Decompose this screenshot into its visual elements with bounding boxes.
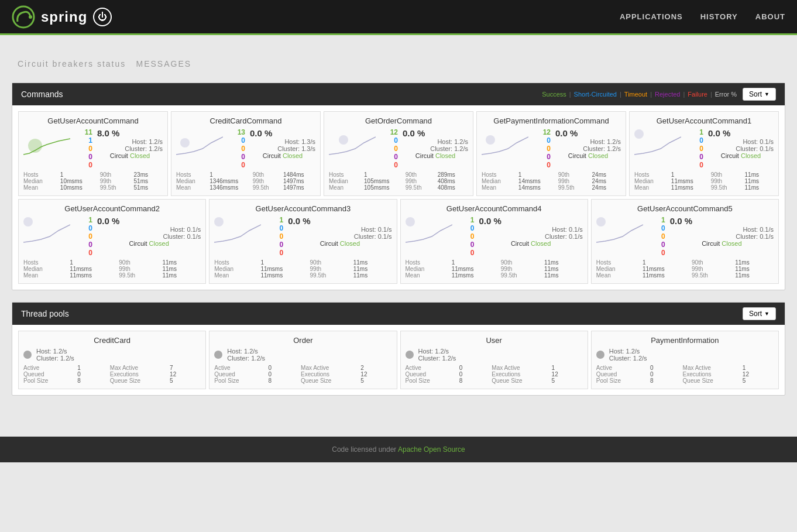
num-failure: 0 — [241, 161, 245, 169]
commands-title: Commands — [21, 90, 63, 99]
threadpool-name: Order — [214, 336, 391, 345]
mean-val: 11msms — [671, 184, 708, 191]
circuit-stats-row: 13 0 0 0 0 0.0 % Host: 1.3/s Cluster: 1.… — [176, 128, 315, 169]
circuit-status: Circuit Closed — [479, 240, 583, 247]
circuit-error-pct: 0.0 % — [479, 216, 583, 226]
p995-val: 24ms — [592, 184, 621, 191]
p90-val: 11ms — [745, 171, 774, 178]
footer-link[interactable]: Apache Open Source — [398, 445, 465, 454]
circuit-name: GetUserAccountCommand — [23, 116, 163, 125]
num-short: 0 — [280, 224, 284, 232]
num-failure: 0 — [280, 249, 284, 257]
pool-executions: 12 — [743, 371, 774, 377]
circuit-host-rate: Host: 1.3/s — [250, 138, 315, 145]
brand: spring ⏻ — [12, 5, 620, 29]
circuit-name: GetPaymentInformationCommand — [482, 116, 621, 125]
num-timeout: 0 — [547, 145, 551, 153]
commands-header: Commands Success | Short-Circuited | Tim… — [12, 83, 785, 105]
nav-applications[interactable]: APPLICATIONS — [620, 12, 683, 21]
circuit-name: GetUserAccountCommand1 — [634, 116, 774, 125]
circuit-status: Circuit Closed — [555, 152, 621, 159]
pool-size: 8 — [269, 377, 297, 384]
p90-val: 1484ms — [283, 171, 315, 178]
commands-grid: GetUserAccountCommand 11 1 0 0 0 8.0 % H… — [12, 105, 785, 290]
svg-point-1 — [29, 15, 32, 19]
commands-sort-button[interactable]: Sort — [743, 88, 776, 101]
circuit-name: GetUserAccountCommand4 — [406, 204, 583, 213]
num-success: 12 — [390, 128, 398, 136]
num-rejected: 0 — [394, 153, 398, 161]
num-short: 0 — [470, 224, 475, 232]
num-rejected: 0 — [661, 241, 665, 249]
p99-val: 11ms — [735, 266, 774, 272]
circuit-card: GetUserAccountCommand2 1 0 0 0 0 0.0 % H… — [18, 199, 206, 284]
spring-logo-icon — [12, 5, 35, 29]
circuit-error-pct: 0.0 % — [97, 216, 201, 226]
circuit-name: CreditCardCommand — [176, 116, 315, 125]
commands-legend: Success | Short-Circuited | Timeout | Re… — [542, 91, 737, 98]
median-val: 11msms — [643, 266, 689, 272]
circuit-metrics: Hosts 1 90th 11ms Median 11msms 99th 11m… — [406, 259, 583, 279]
circuit-numbers: 11 1 0 0 0 — [75, 128, 92, 169]
pool-indicator — [596, 351, 604, 359]
mean-val: 11msms — [452, 272, 498, 279]
p90-val: 11ms — [162, 259, 201, 266]
num-timeout: 0 — [241, 145, 245, 153]
commands-header-right: Success | Short-Circuited | Timeout | Re… — [542, 88, 776, 101]
p99-val: 51ms — [134, 178, 163, 184]
pool-size: 8 — [650, 377, 678, 384]
median-val: 14msms — [518, 178, 555, 184]
p99-val: 11ms — [162, 266, 201, 272]
num-timeout: 0 — [661, 232, 665, 241]
pool-host-rate: Host: 1.2/s — [609, 348, 647, 355]
circuit-numbers: 13 0 0 0 0 — [228, 128, 245, 169]
num-short: 0 — [241, 136, 245, 145]
circuit-stats-row: 12 0 0 0 0 0.0 % Host: 1.2/s Cluster: 1.… — [482, 128, 621, 169]
p995-val: 11ms — [735, 272, 774, 279]
circuit-numbers: 1 0 0 0 0 — [686, 128, 703, 169]
circuit-metrics: Hosts 1 90th 24ms Median 14msms 99th 24m… — [482, 171, 621, 191]
threadpools-sort-button[interactable]: Sort — [743, 307, 776, 320]
nav-about[interactable]: ABOUT — [755, 12, 785, 21]
mean-val: 105msms — [364, 184, 403, 191]
p90-val: 11ms — [544, 259, 583, 266]
pool-active: 0 — [269, 365, 297, 371]
circuit-name: GetOrderCommand — [329, 116, 468, 125]
circuit-cluster-rate: Cluster: 0.1/s — [288, 233, 391, 240]
num-rejected: 0 — [699, 153, 703, 161]
num-rejected: 0 — [241, 153, 245, 161]
num-failure: 0 — [88, 161, 92, 169]
num-short: 0 — [394, 136, 398, 145]
commands-section: Commands Success | Short-Circuited | Tim… — [12, 83, 785, 290]
threadpools-section: Thread pools Sort CreditCard Host: 1.2/s… — [12, 302, 785, 396]
circuit-metrics: Hosts 1 90th 11ms Median 11msms 99th 11m… — [23, 259, 201, 279]
num-short: 0 — [547, 136, 551, 145]
circuit-chart — [214, 216, 261, 245]
median-val: 11msms — [671, 178, 708, 184]
page-title-text: Circuit breakers status — [18, 59, 126, 68]
svg-point-4 — [339, 135, 348, 145]
circuit-cluster-rate: Cluster: 0.1/s — [708, 145, 774, 152]
circuit-name: GetUserAccountCommand2 — [23, 204, 201, 213]
svg-point-3 — [180, 138, 190, 147]
num-timeout: 0 — [280, 232, 284, 241]
num-success: 1 — [470, 216, 475, 224]
pool-executions: 12 — [360, 371, 391, 377]
circuit-card: CreditCardCommand 13 0 0 0 0 0.0 % Host:… — [171, 111, 321, 196]
circuit-chart — [596, 216, 643, 245]
threadpool-stats-row: Host: 1.2/s Cluster: 1.2/s — [23, 348, 201, 362]
nav-history[interactable]: HISTORY — [700, 12, 738, 21]
threadpool-name: User — [406, 336, 583, 345]
pool-size: 8 — [77, 377, 105, 384]
threadpool-card: PaymentInformation Host: 1.2/s Cluster: … — [591, 331, 779, 389]
circuit-error-pct: 0.0 % — [288, 216, 391, 226]
circuit-metrics: Hosts 1 90th 1484ms Median 1346msms 99th… — [176, 171, 315, 191]
circuit-card: GetUserAccountCommand 11 1 0 0 0 8.0 % H… — [18, 111, 168, 196]
pool-cluster-rate: Cluster: 1.2/s — [227, 355, 265, 362]
circuit-error-pct: 0.0 % — [250, 128, 315, 138]
p995-val: 1497ms — [283, 184, 315, 191]
circuit-error-pct: 0.0 % — [670, 216, 774, 226]
circuit-card: GetUserAccountCommand4 1 0 0 0 0 0.0 % H… — [400, 199, 588, 284]
circuit-numbers: 12 0 0 0 0 — [380, 128, 398, 169]
nav-links: APPLICATIONS HISTORY ABOUT — [620, 12, 785, 21]
